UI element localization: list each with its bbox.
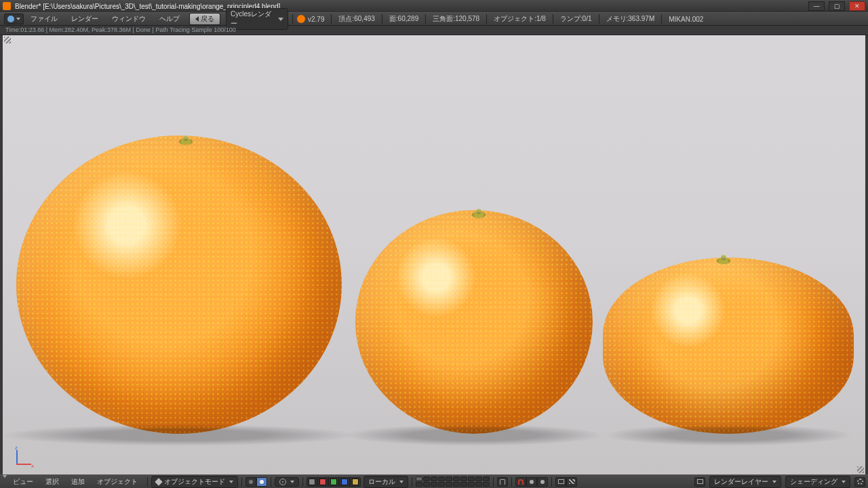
render-layer-label: レンダーレイヤー (714, 477, 768, 487)
maximize-button[interactable]: ▢ (829, 1, 845, 11)
layer-5[interactable] (446, 476, 452, 481)
camera-icon (697, 479, 703, 484)
lock-camera-button[interactable] (497, 477, 508, 487)
viewport-shading-select[interactable]: シェーディング (785, 476, 850, 488)
object-mode-icon (155, 478, 162, 485)
manip-toggle[interactable] (307, 477, 317, 487)
editor-type-selector[interactable] (4, 14, 24, 24)
shading-mode-group (245, 477, 267, 487)
stat-tris: 三角面:120,578 (430, 14, 482, 24)
stat-objects: オブジェクト:1/8 (491, 14, 549, 24)
manip-translate[interactable] (317, 477, 328, 487)
render-status: Time:01:23.86 | Mem:282.40M, Peak:378.36… (0, 26, 868, 35)
stat-mem: メモリ:363.97M (604, 14, 658, 24)
layer-1[interactable] (416, 476, 422, 481)
layer-3[interactable] (431, 476, 437, 481)
snap-toggle[interactable] (515, 477, 526, 487)
stat-verts: 頂点:60,493 (336, 14, 377, 24)
viewport-shading-label: シェーディング (790, 477, 837, 487)
menu-help[interactable]: ヘルプ (153, 14, 186, 24)
gear-button[interactable] (854, 477, 865, 487)
layer-4[interactable] (438, 476, 445, 481)
layer-10[interactable] (483, 476, 490, 481)
layer-2[interactable] (423, 476, 430, 481)
axis-gizmo: z x (15, 447, 35, 468)
manip-all[interactable] (350, 477, 361, 487)
chevron-down-icon (842, 481, 846, 483)
orientation-label: ローカル (368, 477, 395, 487)
lock-icon (500, 479, 505, 485)
area-corner-drag-br[interactable] (857, 466, 864, 473)
close-button[interactable]: ✕ (849, 1, 865, 11)
gear-icon (857, 479, 863, 485)
render-border-button[interactable] (694, 477, 705, 487)
menu-file[interactable]: ファイル (24, 14, 64, 24)
axis-x-label: x (31, 463, 34, 469)
image-icon (558, 479, 564, 484)
layer-6[interactable] (453, 476, 460, 481)
window-title: Blender* [E:\Users\sakura\Pictures\_3D\_… (15, 3, 804, 10)
back-button[interactable]: 戻る (189, 13, 220, 25)
clapper-icon (569, 479, 575, 484)
menu-window[interactable]: ウィンドウ (105, 14, 153, 24)
layer-13[interactable] (431, 482, 437, 487)
header-right: レンダーレイヤー シェーディング (694, 476, 865, 488)
mode-label: オブジェクトモード (164, 477, 225, 487)
mode-select[interactable]: オブジェクトモード (151, 476, 238, 488)
3dview-header: ビュー 選択 追加 オブジェクト オブジェクトモード ローカル (0, 474, 868, 488)
layer-9[interactable] (475, 476, 482, 481)
snap-target[interactable] (537, 477, 548, 487)
chevron-down-icon (229, 481, 233, 483)
menu-view[interactable]: ビュー (7, 477, 39, 487)
shade-solid[interactable] (256, 477, 267, 487)
menu-add[interactable]: 追加 (65, 477, 91, 487)
snap-element[interactable] (526, 477, 537, 487)
blender-logo-icon (297, 15, 305, 23)
titlebar: Blender* [E:\Users\sakura\Pictures\_3D\_… (0, 0, 868, 12)
render-object-orange-medium (355, 210, 593, 434)
layer-14[interactable] (438, 482, 445, 487)
layer-19[interactable] (475, 482, 482, 487)
menu-object[interactable]: オブジェクト (91, 477, 144, 487)
manip-rotate[interactable] (328, 477, 339, 487)
pivot-icon (279, 479, 286, 485)
manip-scale[interactable] (339, 477, 350, 487)
chevron-down-icon (278, 18, 283, 21)
shade-wire[interactable] (245, 477, 256, 487)
layer-17[interactable] (460, 482, 467, 487)
chevron-down-icon (772, 481, 776, 483)
layer-8[interactable] (468, 476, 475, 481)
stat-lamps: ランプ:0/1 (557, 14, 595, 24)
opengl-render[interactable] (555, 477, 566, 487)
layer-12[interactable] (423, 482, 430, 487)
render-object-orange-small (603, 258, 854, 434)
minimize-button[interactable]: — (808, 1, 825, 11)
snap-group (515, 477, 548, 487)
menu-select[interactable]: 選択 (39, 477, 65, 487)
layer-18[interactable] (468, 482, 475, 487)
layer-grid (416, 476, 490, 487)
orientation-select[interactable]: ローカル (363, 476, 408, 488)
menu-render[interactable]: レンダー (64, 14, 105, 24)
info-icon (7, 16, 14, 22)
3d-viewport[interactable]: z x (0, 35, 868, 474)
area-corner-drag-tl[interactable] (4, 37, 11, 43)
layer-20[interactable] (483, 482, 490, 487)
info-header: ファイル レンダー ウィンドウ ヘルプ 戻る Cyclesレンダー v2.79 … (0, 12, 868, 26)
render-layer-select[interactable]: レンダーレイヤー (709, 476, 781, 488)
render-preview-group (555, 477, 577, 487)
layer-16[interactable] (453, 482, 460, 487)
opengl-render-anim[interactable] (566, 477, 577, 487)
stat-active: MIKAN.002 (666, 16, 706, 23)
pivot-select[interactable] (275, 477, 299, 487)
layer-7[interactable] (460, 476, 467, 481)
chevron-down-icon (399, 481, 403, 483)
layer-15[interactable] (446, 482, 452, 487)
layer-11[interactable] (416, 482, 422, 487)
manipulator-group (307, 477, 361, 487)
version-label: v2.79 (305, 16, 327, 23)
back-label: 戻る (201, 14, 214, 24)
back-arrow-icon (195, 16, 199, 22)
stat-faces: 面:60,289 (387, 14, 421, 24)
engine-label: Cyclesレンダー (231, 9, 275, 28)
